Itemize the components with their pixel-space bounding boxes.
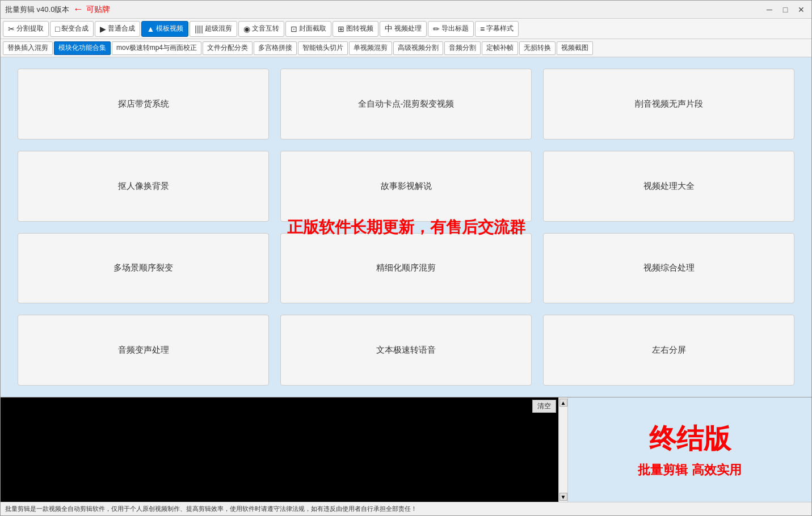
toolbar2-btn-multi-grid[interactable]: 多宫格拼接 [254,41,297,55]
func-btn-mute-video[interactable]: 削音视频无声片段 [543,69,794,139]
scroll-up-button[interactable]: ▲ [559,399,567,407]
right-panel-title: 终结版 [649,421,731,457]
maximize-button[interactable]: □ [780,4,791,15]
video-process-icon: 中 [385,24,393,34]
func-btn-explore-shop[interactable]: 探店带货系统 [18,69,269,139]
func-btn-precise-mix[interactable]: 精细化顺序混剪 [280,233,532,304]
normal-merge-icon: ▶ [100,24,106,33]
normal-merge-label: 普通合成 [108,24,135,33]
toolbar-row2: 替换插入混剪模块化功能合集mov极速转mp4与画面校正文件分配分类多宫格拼接智能… [1,39,811,57]
main-window: 批量剪辑 v40.0版本 ← 可贴牌 ─ □ ✕ ✂分割提取□裂变合成▶普通合成… [0,0,812,516]
func-btn-video-composite[interactable]: 视频综合处理 [543,233,794,304]
toolbar2-btn-single-mix[interactable]: 单视频混剪 [349,41,392,55]
toolbar2-btn-frame-comp[interactable]: 定帧补帧 [482,41,518,55]
toolbar2-btn-module-func[interactable]: 模块化功能合集 [54,41,111,55]
toolbar1-btn-normal-merge[interactable]: ▶普通合成 [95,21,140,37]
super-mix-label: 超级混剪 [205,24,232,33]
split-extract-icon: ✂ [8,24,15,33]
subtitle-style-label: 字幕样式 [486,24,514,33]
image-to-video-label: 图转视频 [346,24,373,33]
func-btn-audio-pitch[interactable]: 音频变声处理 [18,315,269,386]
toolbar1-btn-export-subtitle[interactable]: ✏导出标题 [428,21,474,37]
status-text: 批量剪辑是一款视频全自动剪辑软件，仅用于个人原创视频制作、提高剪辑效率，使用软件… [5,505,417,513]
template-video-label: 模板视频 [156,24,183,33]
log-scrollbar: ▲ ▼ [558,397,567,502]
right-panel-subtitle: 批量剪辑 高效实用 [638,462,741,479]
scroll-down-button[interactable]: ▼ [559,493,567,501]
toolbar1-btn-text-voice[interactable]: ◉文音互转 [238,21,284,37]
toolbar2-btn-mov-correct[interactable]: mov极速转mp4与画面校正 [112,41,201,55]
toolbar1-btn-video-process[interactable]: 中视频处理 [380,21,427,37]
toolbar2-btn-audio-split[interactable]: 音频分割 [444,41,481,55]
toolbar2-btn-advanced-split[interactable]: 高级视频分割 [393,41,443,55]
arrow-icon: ← [73,3,83,15]
window-controls: ─ □ ✕ [764,4,807,15]
func-btn-video-process-all[interactable]: 视频处理大全 [543,151,794,222]
toolbar-row1: ✂分割提取□裂变合成▶普通合成▲模板视频||||超级混剪◉文音互转⊡封面截取⊞图… [1,19,811,39]
cover-capture-icon: ⊡ [291,24,297,33]
text-voice-label: 文音互转 [252,24,279,33]
text-voice-icon: ◉ [243,24,250,33]
toolbar1-btn-split-merge[interactable]: □裂变合成 [50,21,94,37]
toolbar2-btn-lossless-convert[interactable]: 无损转换 [519,41,556,55]
export-subtitle-label: 导出标题 [441,24,469,33]
function-grid: 探店带货系统全自动卡点-混剪裂变视频削音视频无声片段抠人像换背景故事影视解说视频… [1,57,811,397]
status-bar: 批量剪辑是一款视频全自动剪辑软件，仅用于个人原创视频制作、提高剪辑效率，使用软件… [1,502,811,515]
subtitle-style-icon: ≡ [480,24,485,33]
log-area: 清空 ▲ ▼ [1,397,567,502]
right-panel: 终结版 批量剪辑 高效实用 [567,397,811,502]
video-process-label: 视频处理 [394,24,422,33]
func-btn-keying[interactable]: 抠人像换背景 [18,151,269,222]
toolbar1-btn-super-mix[interactable]: ||||超级混剪 [190,21,237,37]
cover-capture-label: 封面截取 [299,24,326,33]
func-btn-text-to-speech[interactable]: 文本极速转语音 [280,315,532,386]
func-btn-story-explain[interactable]: 故事影视解说 [280,151,532,222]
toolbar1-btn-split-extract[interactable]: ✂分割提取 [3,21,49,37]
toolbar1-btn-template-video[interactable]: ▲模板视频 [141,21,188,37]
ketiepai-label: 可贴牌 [86,5,110,15]
clear-log-button[interactable]: 清空 [532,400,556,413]
func-btn-auto-card[interactable]: 全自动卡点-混剪裂变视频 [280,69,532,139]
split-extract-label: 分割提取 [16,24,44,33]
toolbar1-btn-cover-capture[interactable]: ⊡封面截取 [285,21,331,37]
split-merge-label: 裂变合成 [61,24,89,33]
window-title: 批量剪辑 v40.0版本 [5,5,69,15]
toolbar1-btn-image-to-video[interactable]: ⊞图转视频 [333,21,378,37]
export-subtitle-icon: ✏ [433,24,440,33]
close-button[interactable]: ✕ [796,4,807,15]
toolbar2-btn-replace-insert-mix[interactable]: 替换插入混剪 [3,41,53,55]
toolbar2-btn-smart-cut[interactable]: 智能镜头切片 [298,41,348,55]
split-merge-icon: □ [55,24,60,33]
image-to-video-icon: ⊞ [338,24,344,33]
toolbar2-btn-video-capture[interactable]: 视频截图 [557,41,593,55]
func-btn-multi-scene[interactable]: 多场景顺序裂变 [18,233,269,304]
func-btn-split-screen[interactable]: 左右分屏 [543,315,794,386]
toolbar2-btn-file-classify[interactable]: 文件分配分类 [203,41,253,55]
title-bar: 批量剪辑 v40.0版本 ← 可贴牌 ─ □ ✕ [1,1,811,19]
minimize-button[interactable]: ─ [764,4,775,15]
bottom-panel: 清空 ▲ ▼ 终结版 批量剪辑 高效实用 [1,397,811,502]
template-video-icon: ▲ [146,24,154,33]
main-content: 探店带货系统全自动卡点-混剪裂变视频削音视频无声片段抠人像换背景故事影视解说视频… [1,57,811,397]
toolbar1-btn-subtitle-style[interactable]: ≡字幕样式 [475,21,519,37]
super-mix-icon: |||| [195,24,203,33]
